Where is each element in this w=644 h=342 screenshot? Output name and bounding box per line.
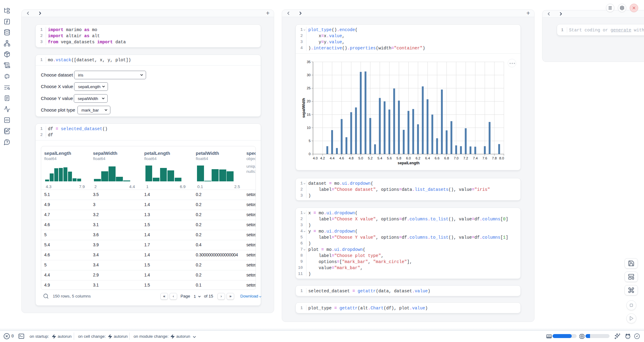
svg-text:4.6: 4.6 [339, 156, 344, 160]
svg-text:6.4: 6.4 [425, 156, 430, 160]
svg-text:7.4: 7.4 [473, 156, 478, 160]
svg-text:4.2: 4.2 [320, 156, 325, 160]
svg-text:7.6: 7.6 [482, 156, 487, 160]
svg-text:25: 25 [307, 86, 311, 90]
svg-text:0: 0 [309, 152, 310, 156]
svg-text:6.6: 6.6 [435, 156, 440, 160]
svg-text:5.0: 5.0 [358, 156, 363, 160]
svg-text:6.8: 6.8 [444, 156, 449, 160]
svg-text:15: 15 [307, 113, 311, 116]
svg-text:4.4: 4.4 [330, 156, 335, 160]
svg-text:20: 20 [307, 99, 311, 103]
svg-text:30: 30 [307, 73, 311, 77]
svg-text:35: 35 [307, 60, 311, 64]
svg-text:5.6: 5.6 [387, 156, 392, 160]
svg-text:4.8: 4.8 [349, 156, 354, 160]
svg-text:7.0: 7.0 [454, 156, 459, 160]
svg-text:6.2: 6.2 [416, 156, 420, 160]
svg-text:10: 10 [307, 126, 311, 130]
svg-text:4.0: 4.0 [313, 156, 318, 160]
svg-text:7.2: 7.2 [463, 156, 468, 160]
svg-text:5.4: 5.4 [377, 156, 382, 160]
svg-text:5: 5 [309, 139, 310, 143]
svg-text:5.2: 5.2 [368, 156, 373, 160]
svg-text:sepalWidth: sepalWidth [302, 98, 306, 118]
svg-text:5.8: 5.8 [396, 156, 401, 160]
svg-text:sepalLength: sepalLength [398, 161, 420, 165]
svg-text:7.8: 7.8 [492, 156, 497, 160]
svg-text:8.0: 8.0 [499, 156, 504, 160]
svg-text:6.0: 6.0 [406, 156, 411, 160]
